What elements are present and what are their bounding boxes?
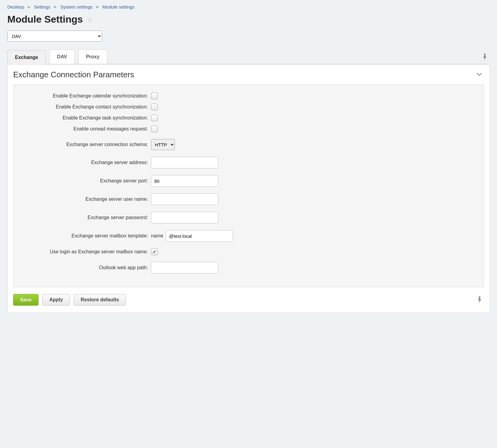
input-server-port[interactable] [151, 175, 218, 187]
pin-icon[interactable] [477, 296, 484, 303]
chevron-right-icon: ▶ [28, 5, 30, 9]
chevron-right-icon: ▶ [54, 5, 57, 9]
label-user-name: Exchange server user name: [20, 196, 151, 202]
checkbox-enable-contact-sync[interactable] [151, 104, 158, 110]
tab-dav[interactable]: DAV [50, 50, 75, 64]
page-title: Module Settings [7, 14, 83, 25]
save-button[interactable]: Save [13, 294, 39, 306]
breadcrumb-module-settings[interactable]: Module settings [102, 4, 134, 9]
label-use-login-mailbox: Use login as Exchange server mailbox nam… [20, 249, 151, 255]
breadcrumb-system-settings[interactable]: System settings [60, 4, 93, 9]
select-schema[interactable]: HTTP [151, 139, 175, 150]
section-title: Exchange Connection Parameters [13, 70, 134, 79]
label-server-port: Exchange server port: [20, 178, 151, 184]
mailbox-prefix: name [151, 233, 163, 239]
checkbox-enable-task-sync[interactable] [151, 115, 158, 121]
tab-exchange[interactable]: Exchange [7, 50, 46, 65]
input-owa-path[interactable] [151, 262, 218, 274]
input-mailbox-template[interactable] [166, 230, 233, 242]
label-enable-task-sync: Enable Exchange task synchronization: [20, 115, 151, 121]
module-select[interactable]: DAV [7, 31, 102, 42]
label-password: Exchange server password: [20, 215, 151, 220]
checkbox-enable-unread-msg[interactable] [151, 126, 158, 132]
label-schema: Exchange server connection schema: [20, 142, 151, 147]
chevron-right-icon: ▶ [96, 5, 99, 9]
section-collapse-icon[interactable] [477, 72, 484, 77]
label-enable-unread-msg: Enable unread messages request: [20, 126, 151, 132]
apply-button[interactable]: Apply [42, 294, 70, 306]
label-enable-calendar-sync: Enable Exchange calendar synchronization… [20, 93, 151, 99]
input-user-name[interactable] [151, 193, 218, 205]
input-server-address[interactable] [151, 157, 218, 168]
form-box: Enable Exchange calendar synchronization… [13, 84, 484, 287]
label-mailbox-template: Exchange server mailbox template: [20, 233, 151, 239]
pin-icon[interactable] [482, 54, 490, 64]
restore-defaults-button[interactable]: Restore defaults [74, 294, 126, 306]
label-server-address: Exchange server address: [20, 160, 151, 165]
breadcrumb-settings[interactable]: Settings [34, 4, 50, 9]
input-password[interactable] [151, 212, 218, 223]
breadcrumb-desktop[interactable]: Desktop [7, 4, 24, 9]
panel-exchange: Exchange Connection Parameters Enable Ex… [7, 64, 490, 313]
checkbox-enable-calendar-sync[interactable] [151, 93, 158, 99]
checkbox-use-login-mailbox[interactable] [151, 248, 158, 255]
label-enable-contact-sync: Enable Exchange contact synchronization: [20, 104, 151, 110]
breadcrumb: Desktop ▶ Settings ▶ System settings ▶ M… [7, 4, 490, 9]
label-owa-path: Outlook web app path: [20, 265, 151, 270]
favorite-star-icon[interactable]: ☆ [87, 16, 93, 24]
tabs: Exchange DAV Proxy [7, 50, 490, 64]
tab-proxy[interactable]: Proxy [78, 50, 107, 64]
